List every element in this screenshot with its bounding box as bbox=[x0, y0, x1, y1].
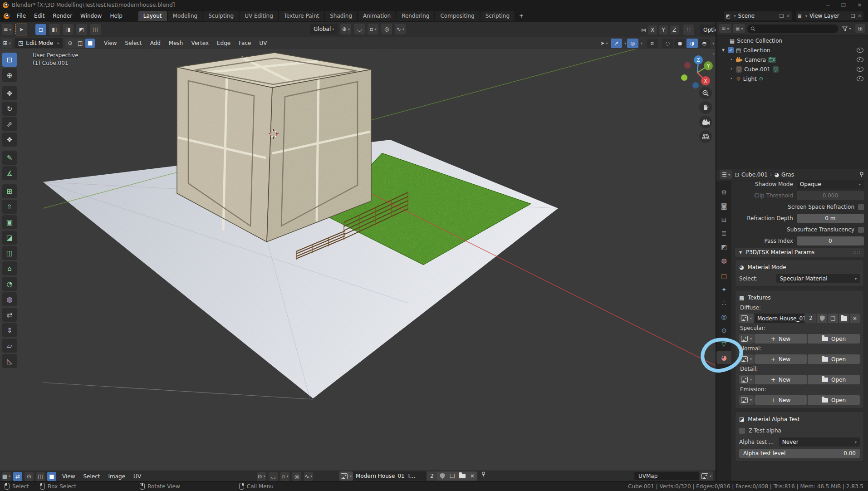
tab-rendering[interactable]: Rendering bbox=[397, 11, 434, 21]
outliner-search-input[interactable] bbox=[747, 25, 838, 33]
sst-checkbox[interactable] bbox=[858, 227, 864, 233]
tool-inset-faces[interactable]: ▣ bbox=[2, 215, 17, 229]
specular-open-button[interactable]: Open bbox=[808, 334, 860, 344]
outliner-row-camera[interactable]: ‣ Camera bbox=[716, 55, 868, 64]
tab-animation[interactable]: Animation bbox=[358, 11, 396, 21]
unlink-icon[interactable]: ✕ bbox=[467, 471, 477, 481]
scene-selector[interactable]: ◩▾ Scene ❏ ✕ bbox=[724, 11, 792, 20]
shading-rendered-icon[interactable]: ◓ bbox=[699, 39, 710, 48]
active-tool-icon[interactable]: ➤ bbox=[15, 24, 27, 35]
pass-index-field[interactable]: 0 bbox=[797, 236, 864, 246]
snap-target-icon[interactable]: ▫▾ bbox=[368, 24, 378, 34]
breadcrumb-material[interactable]: Gras bbox=[781, 172, 794, 178]
tool-rotate[interactable]: ↻ bbox=[2, 102, 17, 116]
expand-arrow-icon[interactable]: ‣ bbox=[729, 77, 734, 81]
p3d-panel-header[interactable]: ▼ P3D/FSX Material Params ∷∷ bbox=[735, 248, 864, 257]
gizmo-minus-y[interactable] bbox=[681, 74, 687, 81]
mesh-data-icon[interactable]: ▽ bbox=[773, 66, 779, 73]
uv-snap-target-icon[interactable]: ▫▾ bbox=[280, 472, 289, 481]
outliner-row-cube[interactable]: ‣ ▽ Cube.001 ▽ bbox=[716, 64, 868, 74]
image-type-button[interactable]: ▾ bbox=[739, 334, 754, 344]
tab-tool[interactable]: ⚙ bbox=[716, 186, 731, 199]
uv-face-select-icon[interactable]: ■ bbox=[47, 472, 56, 481]
collection-checkbox[interactable]: ✓ bbox=[728, 47, 734, 53]
mirror-x-button[interactable]: X bbox=[648, 25, 657, 34]
unlink-icon[interactable]: ✕ bbox=[850, 314, 860, 323]
editor-divider[interactable] bbox=[716, 22, 716, 481]
hide-eye-icon[interactable] bbox=[857, 67, 863, 72]
tab-object[interactable]: ▢ bbox=[716, 270, 731, 282]
uv-menu-view[interactable]: View bbox=[59, 472, 78, 481]
maximize-button[interactable]: ❐ bbox=[841, 2, 846, 8]
fake-user-shield-icon[interactable] bbox=[817, 314, 827, 323]
tab-modeling[interactable]: Modeling bbox=[168, 11, 203, 21]
edge-select-mode-icon[interactable]: ◫ bbox=[75, 39, 85, 48]
zoom-button[interactable] bbox=[699, 87, 712, 99]
uv-menu-select[interactable]: Select bbox=[79, 472, 103, 481]
camera-data-icon[interactable] bbox=[768, 57, 776, 63]
view-layer-selector[interactable]: ≣▾ View Layer ❏ ✕ bbox=[796, 11, 863, 20]
uv-proportional-icon[interactable]: ◎ bbox=[292, 472, 301, 481]
diffuse-user-count[interactable]: 2 bbox=[805, 314, 816, 323]
vp-menu-mesh[interactable]: Mesh bbox=[165, 39, 187, 48]
tab-output[interactable]: ⊟ bbox=[716, 213, 731, 226]
panel-grip-icon[interactable]: ∷∷ bbox=[853, 250, 861, 255]
minimize-button[interactable]: ─ bbox=[826, 2, 829, 8]
image-type-button[interactable]: ▾ bbox=[739, 375, 754, 384]
expand-arrow-icon[interactable]: ‣ bbox=[729, 58, 734, 62]
outliner-row-light[interactable]: ‣ ☼ Light ⊙ bbox=[716, 74, 868, 83]
proportional-editing-icon[interactable]: ◎ bbox=[381, 24, 392, 34]
uv-edge-select-icon[interactable]: ◫ bbox=[36, 472, 45, 481]
falloff-curve-icon[interactable]: ∿▾ bbox=[395, 24, 406, 34]
outliner-row-collection[interactable]: ▼ ✓ ▤ Collection bbox=[716, 45, 868, 55]
menu-window[interactable]: Window bbox=[76, 11, 106, 20]
uv-pivot-icon[interactable]: ⊙▾ bbox=[257, 472, 266, 481]
sidebar-collapse-arrow[interactable]: ‹ bbox=[713, 51, 715, 57]
breadcrumb-object[interactable]: Cube.001 bbox=[741, 172, 768, 178]
normal-open-button[interactable]: Open bbox=[808, 354, 860, 364]
image-type-button[interactable]: ▾ bbox=[739, 314, 754, 323]
image-type-button[interactable]: ▾ bbox=[739, 395, 754, 405]
expand-arrow-icon[interactable]: ▼ bbox=[721, 48, 726, 52]
tab-world[interactable]: ◍ bbox=[716, 254, 731, 267]
tool-move[interactable]: ✥ bbox=[2, 86, 17, 100]
tab-texture-paint[interactable]: Texture Paint bbox=[279, 11, 324, 21]
gizmo-minus-z[interactable] bbox=[692, 82, 699, 88]
vp-menu-face[interactable]: Face bbox=[235, 39, 255, 48]
close-button[interactable]: ✕ bbox=[858, 2, 862, 8]
tab-sculpting[interactable]: Sculpting bbox=[203, 11, 239, 21]
outliner-filter-id-icon[interactable]: ≣▾ bbox=[733, 24, 745, 33]
detail-new-button[interactable]: +New bbox=[755, 375, 807, 384]
transform-orientation-dropdown[interactable]: Global▾ bbox=[310, 24, 338, 34]
emission-open-button[interactable]: Open bbox=[808, 395, 860, 405]
vp-menu-add[interactable]: Add bbox=[147, 39, 164, 48]
show-overlays-icon[interactable]: ◎ bbox=[627, 39, 638, 48]
tab-compositing[interactable]: Compositing bbox=[435, 11, 479, 21]
open-folder-icon[interactable] bbox=[457, 471, 467, 481]
detail-open-button[interactable]: Open bbox=[808, 375, 860, 384]
select-mode-subtract-icon[interactable]: ◨ bbox=[63, 24, 74, 35]
mode-dropdown[interactable]: ◳ Edit Mode▾ bbox=[15, 38, 63, 48]
tab-view-layer[interactable]: ≣ bbox=[716, 227, 731, 240]
clip-threshold-field[interactable]: 0.000 bbox=[797, 191, 864, 200]
hide-eye-icon[interactable] bbox=[857, 48, 863, 53]
select-mode-extend-icon[interactable]: ◧ bbox=[49, 24, 60, 35]
tool-add-cube[interactable]: ⊞ bbox=[2, 184, 17, 198]
tool-edge-slide[interactable]: ⇄ bbox=[2, 308, 17, 322]
uvmap-field[interactable]: UVMap bbox=[634, 472, 699, 480]
alpha-test-level-slider[interactable]: Alpha test level 0.00 bbox=[739, 449, 860, 458]
refraction-depth-field[interactable]: 0 m bbox=[797, 214, 864, 223]
mirror-y-button[interactable]: Y bbox=[659, 25, 668, 34]
shading-material-preview-icon[interactable]: ◑ bbox=[687, 39, 698, 48]
specular-new-button[interactable]: +New bbox=[755, 334, 807, 344]
remove-view-layer-icon[interactable]: ✕ bbox=[858, 13, 862, 19]
normal-new-button[interactable]: +New bbox=[755, 354, 807, 364]
tool-cursor[interactable]: ⊕ bbox=[2, 68, 17, 82]
uv-menu-image[interactable]: Image bbox=[105, 472, 129, 481]
tab-scripting[interactable]: Scripting bbox=[481, 11, 515, 21]
new-collection-icon[interactable]: ⊞ bbox=[855, 24, 865, 33]
vp-menu-select[interactable]: Select bbox=[122, 39, 146, 48]
uv-sync-selection-icon[interactable]: ⇄ bbox=[13, 472, 22, 481]
outliner-display-mode-icon[interactable]: ≡▾ bbox=[719, 24, 731, 33]
uv-vertex-select-icon[interactable]: ⊙ bbox=[25, 472, 34, 481]
